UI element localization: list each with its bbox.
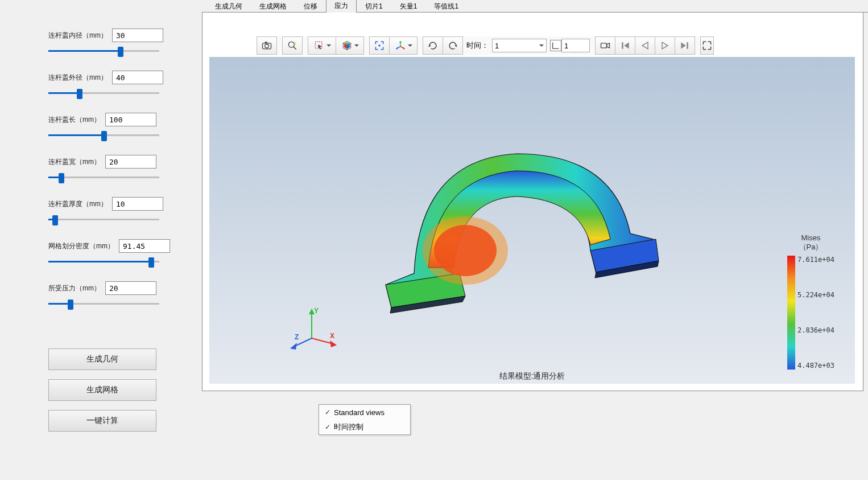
svg-point-1: [265, 44, 269, 48]
inner-radius-input[interactable]: [112, 28, 163, 42]
length-input[interactable]: [105, 113, 156, 126]
svg-rect-21: [687, 42, 688, 49]
main-panel: 生成几何 生成网格 位移 应力 切片1 矢量1 等值线1: [202, 0, 868, 480]
axis-orientation-dropdown[interactable]: [389, 36, 418, 55]
svg-marker-19: [662, 42, 668, 49]
pressure-input[interactable]: [105, 281, 156, 295]
svg-text:Z: Z: [295, 333, 299, 341]
fit-view-icon[interactable]: [369, 36, 390, 55]
svg-line-4: [294, 47, 296, 50]
tab-bar: 生成几何 生成网格 位移 应力 切片1 矢量1 等值线1: [202, 0, 868, 13]
mesh-density-input[interactable]: [119, 239, 170, 253]
context-menu: ✓ Standard views ✓ 时间控制: [319, 404, 411, 435]
param-label: 连杆盖外径（mm）: [48, 73, 108, 83]
cube-colormap-dropdown[interactable]: [336, 36, 364, 55]
play-icon[interactable]: [655, 36, 675, 55]
generate-mesh-button[interactable]: 生成网格: [48, 379, 156, 401]
width-input[interactable]: [105, 155, 156, 169]
sidebar: 连杆盖内径（mm） 连杆盖外径（mm） 连杆盖长（mm） 连杆盖宽（mm）: [0, 0, 202, 480]
svg-marker-28: [330, 340, 337, 347]
legend-tick: 7.611e+04: [797, 256, 834, 264]
time-input[interactable]: [561, 39, 590, 52]
outer-radius-input[interactable]: [112, 71, 163, 84]
pressure-slider[interactable]: [48, 300, 159, 309]
check-icon: ✓: [325, 408, 334, 416]
legend-tick: 5.224e+04: [797, 291, 834, 299]
viewport-caption: 结果模型:通用分析: [499, 371, 565, 381]
param-label: 连杆盖长（mm）: [48, 115, 101, 125]
menu-item-time-control[interactable]: ✓ 时间控制: [319, 420, 410, 434]
svg-marker-18: [642, 42, 648, 49]
tab-mesh[interactable]: 生成网格: [251, 0, 295, 14]
camera-icon[interactable]: [257, 36, 277, 55]
svg-marker-10: [403, 47, 405, 50]
param-label: 连杆盖内径（mm）: [48, 31, 108, 40]
svg-rect-2: [265, 42, 267, 43]
magnifier-sparkle-icon[interactable]: [282, 36, 303, 55]
menu-item-standard-views[interactable]: ✓ Standard views: [319, 405, 410, 420]
tab-vector1[interactable]: 矢量1: [391, 0, 426, 14]
time-select[interactable]: 1: [492, 39, 547, 52]
color-legend: Mises （Pa） 7.611e+04 5.224e+04 2.836e+04…: [787, 233, 834, 370]
svg-text:Y: Y: [314, 307, 319, 315]
length-slider[interactable]: [48, 131, 159, 140]
rotate-ccw-icon[interactable]: [443, 36, 463, 55]
svg-marker-20: [681, 42, 685, 49]
thickness-input[interactable]: [112, 197, 163, 211]
menu-item-label: 时间控制: [334, 422, 363, 432]
skip-start-icon[interactable]: [615, 36, 635, 55]
fea-model: [346, 125, 664, 319]
video-camera-icon[interactable]: [595, 36, 615, 55]
svg-rect-16: [622, 42, 623, 49]
tab-geometry[interactable]: 生成几何: [206, 0, 251, 14]
svg-marker-31: [290, 343, 297, 350]
tab-slice1[interactable]: 切片1: [357, 0, 391, 14]
svg-text:X: X: [330, 332, 334, 340]
rotate-cw-icon[interactable]: [423, 36, 443, 55]
param-label: 连杆盖厚度（mm）: [48, 199, 108, 209]
param-label: 所受压力（mm）: [48, 284, 101, 293]
outer-radius-slider[interactable]: [48, 89, 159, 98]
menu-item-label: Standard views: [334, 408, 385, 417]
skip-end-icon[interactable]: [675, 36, 695, 55]
generate-geometry-button[interactable]: 生成几何: [48, 348, 156, 370]
viewport-toolbar: 时间： 1: [257, 36, 714, 55]
tab-contour1[interactable]: 等值线1: [425, 0, 467, 14]
expand-icon[interactable]: [700, 36, 714, 55]
legend-title: Mises: [787, 233, 834, 242]
angle-icon[interactable]: [550, 40, 561, 51]
viewport-3d[interactable]: Y X Z Mises （Pa） 7.611e+04 5: [209, 57, 855, 384]
svg-marker-12: [395, 47, 398, 50]
svg-marker-17: [624, 42, 629, 49]
svg-rect-15: [601, 43, 607, 48]
legend-unit: （Pa）: [787, 242, 834, 252]
check-icon: ✓: [325, 423, 334, 431]
param-label: 连杆盖宽（mm）: [48, 157, 101, 167]
tab-displacement[interactable]: 位移: [295, 0, 326, 14]
select-tool-dropdown[interactable]: [308, 36, 336, 55]
thickness-slider[interactable]: [48, 215, 159, 224]
mesh-density-slider[interactable]: [48, 257, 159, 266]
calculate-button[interactable]: 一键计算: [48, 410, 156, 432]
legend-tick: 2.836e+04: [797, 326, 834, 334]
svg-point-6: [378, 44, 380, 46]
inner-radius-slider[interactable]: [48, 47, 159, 56]
play-reverse-icon[interactable]: [635, 36, 655, 55]
legend-tick: 4.487e+03: [797, 362, 834, 370]
width-slider[interactable]: [48, 173, 159, 182]
param-label: 网格划分密度（mm）: [48, 241, 114, 251]
svg-point-23: [423, 216, 508, 285]
tab-stress[interactable]: 应力: [326, 0, 357, 14]
axis-triad: Y X Z: [289, 304, 340, 355]
svg-marker-8: [399, 41, 402, 43]
legend-colorbar: [787, 256, 795, 370]
time-label: 时间：: [463, 40, 492, 51]
